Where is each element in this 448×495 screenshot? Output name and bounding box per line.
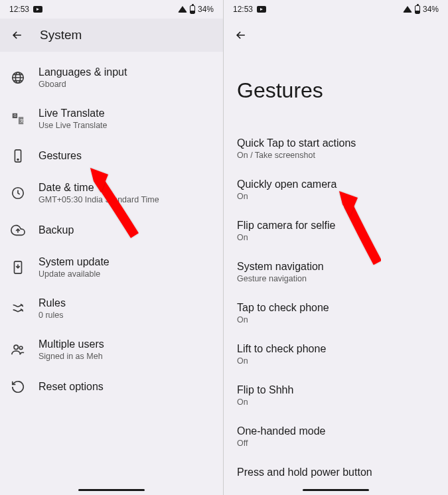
- svg-point-8: [14, 345, 18, 349]
- gesture-item-lift-check[interactable]: Lift to check phone On: [224, 334, 448, 375]
- system-settings-screen: 12:53 34% System Languages & input Gboar…: [0, 0, 224, 495]
- status-bar: 12:53 34%: [0, 0, 223, 19]
- settings-item-languages[interactable]: Languages & input Gboard: [0, 57, 223, 98]
- item-label: System navigation: [237, 261, 324, 273]
- gestures-settings-screen: 12:53 34% Gestures Quick Tap to start ac…: [224, 0, 448, 495]
- gesture-item-flip-camera[interactable]: Flip camera for selfie On: [224, 210, 448, 251]
- settings-item-backup[interactable]: Backup: [0, 214, 223, 247]
- item-label: Reset options: [38, 381, 104, 393]
- gesture-item-power-button[interactable]: Press and hold power button: [224, 457, 448, 488]
- item-sublabel: Off: [237, 439, 325, 448]
- page-title: System: [40, 28, 82, 42]
- settings-list: Languages & input Gboard G文 Live Transla…: [0, 52, 223, 403]
- youtube-notification-icon: [33, 6, 42, 13]
- item-sublabel: On: [237, 233, 336, 242]
- item-sublabel: GMT+05:30 India Standard Time: [38, 195, 159, 204]
- item-label: Live Translate: [38, 107, 108, 119]
- page-title: Gestures: [224, 52, 448, 123]
- nav-indicator[interactable]: [303, 489, 369, 491]
- item-label: Multiple users: [38, 338, 104, 350]
- touch-icon: [11, 149, 25, 163]
- gesture-item-onehanded[interactable]: One-handed mode Off: [224, 416, 448, 457]
- item-sublabel: Use Live Translate: [38, 121, 108, 130]
- battery-icon: [415, 5, 420, 14]
- gesture-item-tap-check[interactable]: Tap to check phone On: [224, 293, 448, 334]
- header-bar: System: [0, 19, 223, 52]
- item-label: Languages & input: [38, 66, 127, 78]
- item-label: Quickly open camera: [237, 178, 336, 190]
- settings-item-update[interactable]: System update Update available: [0, 247, 223, 288]
- item-label: Press and hold power button: [237, 466, 372, 478]
- status-time: 12:53: [9, 5, 29, 14]
- youtube-notification-icon: [257, 6, 266, 13]
- back-button[interactable]: [11, 29, 24, 42]
- wifi-icon: [178, 6, 187, 13]
- rules-icon: [11, 301, 25, 316]
- item-label: Flip to Shhh: [237, 384, 293, 396]
- globe-icon: [11, 70, 25, 85]
- item-sublabel: Gesture navigation: [237, 274, 324, 283]
- settings-item-datetime[interactable]: Date & time GMT+05:30 India Standard Tim…: [0, 173, 223, 214]
- wifi-icon: [403, 6, 412, 13]
- nav-indicator[interactable]: [78, 489, 145, 491]
- item-label: Flip camera for selfie: [237, 220, 336, 232]
- item-label: One-handed mode: [237, 425, 325, 437]
- gesture-item-camera[interactable]: Quickly open camera On: [224, 169, 448, 210]
- settings-item-rules[interactable]: Rules 0 rules: [0, 288, 223, 329]
- users-icon: [11, 342, 25, 357]
- svg-point-5: [17, 159, 19, 161]
- svg-text:G: G: [14, 113, 17, 117]
- gesture-item-quicktap[interactable]: Quick Tap to start actions On / Take scr…: [224, 128, 448, 169]
- item-sublabel: Update available: [38, 269, 110, 279]
- item-sublabel: 0 rules: [38, 311, 66, 320]
- battery-percentage: 34%: [198, 5, 214, 14]
- status-time: 12:53: [233, 5, 253, 14]
- item-sublabel: On: [237, 397, 293, 407]
- back-button[interactable]: [234, 29, 248, 42]
- settings-item-reset[interactable]: Reset options: [0, 370, 223, 403]
- item-label: Rules: [38, 297, 66, 309]
- item-sublabel: Gboard: [38, 80, 127, 89]
- item-sublabel: On / Take screenshot: [237, 151, 356, 160]
- gestures-list: Quick Tap to start actions On / Take scr…: [224, 123, 448, 488]
- item-label: System update: [38, 256, 110, 268]
- status-bar: 12:53 34%: [224, 0, 448, 19]
- settings-item-users[interactable]: Multiple users Signed in as Meh: [0, 329, 223, 370]
- item-sublabel: On: [237, 192, 336, 201]
- item-sublabel: On: [237, 315, 329, 324]
- item-label: Date & time: [38, 182, 159, 194]
- reset-icon: [11, 380, 25, 394]
- item-sublabel: On: [237, 356, 326, 366]
- gesture-item-flip-shhh[interactable]: Flip to Shhh On: [224, 375, 448, 416]
- translate-icon: G文: [11, 111, 25, 126]
- item-sublabel: Signed in as Meh: [38, 352, 104, 361]
- svg-text:文: 文: [20, 118, 24, 123]
- settings-item-gestures[interactable]: Gestures: [0, 139, 223, 173]
- item-label: Backup: [38, 224, 74, 236]
- clock-icon: [11, 186, 25, 200]
- item-label: Quick Tap to start actions: [237, 137, 356, 149]
- item-label: Tap to check phone: [237, 302, 329, 314]
- header-bar: [224, 19, 448, 52]
- gesture-item-navigation[interactable]: System navigation Gesture navigation: [224, 251, 448, 293]
- settings-item-translate[interactable]: G文 Live Translate Use Live Translate: [0, 98, 223, 139]
- item-label: Gestures: [38, 150, 82, 162]
- battery-icon: [190, 5, 195, 14]
- svg-point-9: [19, 346, 23, 350]
- backup-icon: [11, 223, 25, 238]
- battery-percentage: 34%: [423, 5, 439, 14]
- item-label: Lift to check phone: [237, 343, 326, 355]
- update-icon: [11, 260, 25, 275]
